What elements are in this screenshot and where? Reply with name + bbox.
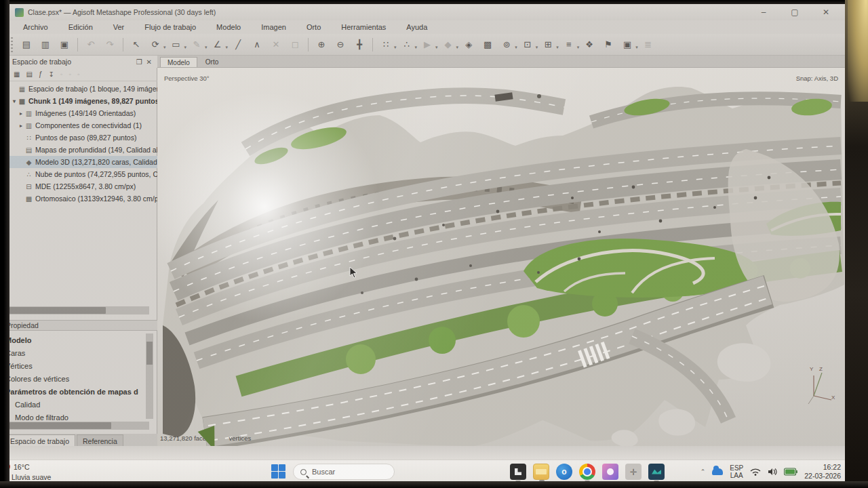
rotate-object-tool-button[interactable]: ⟳ [147,37,163,53]
close-button[interactable]: ✕ [819,7,833,17]
show-texture-button[interactable]: ◈ [460,37,477,53]
onedrive-icon[interactable] [712,468,723,475]
point-cloud-dropdown-icon[interactable]: ▾ [394,45,397,50]
toolbar-grip[interactable] [11,37,13,52]
show-dense-cloud-button[interactable]: ∴ [399,37,415,53]
property-vertical-scrollbar[interactable] [146,333,153,419]
show-mesh-shaded-button[interactable]: ▶ [419,37,435,53]
ws-tool-disabled-3[interactable]: ◦ [77,70,80,78]
prop-row-vertices[interactable]: Vértices [5,359,138,372]
show-cameras-button[interactable]: ⊡ [519,37,536,53]
prop-row-caras[interactable]: Caras [5,346,138,359]
tree-item-ortomosaico[interactable]: ▩ Ortomosaico (13139x12946, 3.80 cm/px) [8,192,157,205]
undo-button[interactable]: ↶ [83,37,99,53]
menu-edicion[interactable]: Edición [67,22,94,32]
draw-polyline-tool-button[interactable]: ╱ [230,37,246,53]
tree-item-nube-de-puntos[interactable]: ∴ Nube de puntos (74,272,955 puntos, Cal… [8,168,157,180]
ruler-tool-dropdown-icon[interactable]: ▾ [226,45,229,50]
outlook-icon[interactable] [556,464,572,480]
wifi-icon[interactable] [750,468,761,476]
menu-herramientas[interactable]: Herramientas [340,22,387,32]
minimize-button[interactable]: – [757,7,770,17]
tab-orto[interactable]: Orto [199,57,225,67]
brush-tool-dropdown-icon[interactable]: ▾ [205,45,208,50]
property-horizontal-scrollbar[interactable] [8,422,149,430]
chunk-expander-icon[interactable]: ▾ [11,98,18,104]
model-3d-render[interactable] [157,68,845,446]
navigation-tool-button[interactable]: ↖ [128,37,144,53]
panel-float-icon[interactable]: ❐ [136,58,142,66]
photos-app-icon[interactable] [602,464,618,480]
prop-row-modelo[interactable]: Modelo [5,333,138,346]
globe-dropdown-icon[interactable]: ▾ [515,45,517,50]
delete-selection-button[interactable]: ✕ [268,37,284,53]
chrome-icon[interactable] [579,464,595,480]
show-point-cloud-button[interactable]: ∷ [378,37,394,53]
taskbar-app-files-icon[interactable] [510,464,526,480]
battery-icon[interactable] [784,468,797,476]
ws-tool-disabled-1[interactable]: ◦ [60,70,63,78]
start-button[interactable] [271,464,286,479]
tree-item-imagenes[interactable]: ▸ ▥ Imágenes (149/149 Orientadas) [8,107,157,119]
show-markers-button[interactable]: ⚑ [600,37,616,53]
language-indicator[interactable]: ESP LAA [730,464,743,479]
show-video-button[interactable]: ⊞ [540,37,556,53]
extra-settings-button[interactable]: ≣ [640,37,656,53]
cameras-dropdown-icon[interactable]: ▾ [536,45,538,50]
crop-selection-button[interactable]: ◻ [287,37,303,53]
menu-orto[interactable]: Orto [305,22,322,32]
draw-polygon-tool-button[interactable]: ∧ [249,37,265,53]
ruler-tool-button[interactable]: ∠ [210,37,226,53]
metashape-taskbar-icon[interactable] [648,464,665,480]
new-project-button[interactable]: ▤ [18,37,35,53]
clock[interactable]: 16:22 22-03-2026 [804,463,841,481]
show-mesh-solid-button[interactable]: ◆ [440,37,456,53]
dense-cloud-dropdown-icon[interactable]: ▾ [415,45,418,50]
model-viewport[interactable]: Perspective 30° Snap: Axis, 3D 13,271,82… [157,68,845,446]
show-images-pane-button[interactable]: ▣ [619,37,635,53]
menu-ver[interactable]: Ver [112,22,126,32]
show-console-button[interactable]: ≡ [561,37,577,53]
add-photos-button[interactable]: ▤ [26,70,32,78]
selection-tool-dropdown-icon[interactable]: ▾ [184,45,187,50]
brush-tool-button[interactable]: ✎ [189,37,205,53]
show-globe-button[interactable]: ⊚ [498,37,515,53]
prop-row-parametros[interactable]: Parámetros de obtención de mapas de prof… [5,385,138,398]
speaker-icon[interactable] [768,468,777,476]
batch-process-button[interactable]: ƒ [39,70,43,78]
tree-item-chunk-1[interactable]: ▾ ▦ Chunk 1 (149 imágenes, 89,827 puntos… [8,95,157,107]
images-pane-dropdown-icon[interactable]: ▾ [635,45,638,50]
tree-item-mapas-de-profundidad[interactable]: ▤ Mapas de profundidad (149, Calidad alt… [8,144,157,156]
menu-modelo[interactable]: Modelo [215,22,242,32]
tree-item-componentes[interactable]: ▸ ▥ Componentes de conectividad (1) [8,119,157,131]
redo-button[interactable]: ↷ [102,37,118,53]
mesh-solid-dropdown-icon[interactable]: ▾ [456,45,459,50]
prop-row-colores-de-vertices[interactable]: Colores de vértices [5,372,138,385]
menu-imagen[interactable]: Imagen [260,22,288,32]
maximize-button[interactable]: ▢ [788,7,802,17]
video-dropdown-icon[interactable]: ▾ [556,45,559,50]
add-chunk-button[interactable]: ▦ [14,70,20,78]
file-explorer-icon[interactable] [533,464,549,480]
tree-item-mde[interactable]: ⊟ MDE (12255x8647, 3.80 cm/px) [8,180,157,192]
tree-horizontal-scrollbar[interactable] [8,306,149,314]
rotate-tool-dropdown-icon[interactable]: ▾ [163,45,166,50]
tab-modelo[interactable]: Modelo [160,57,197,67]
save-project-button[interactable]: ▣ [56,37,73,53]
rectangle-selection-tool-button[interactable]: ▭ [168,37,184,53]
zoom-in-button[interactable]: ⊕ [313,37,330,53]
tree-item-puntos-de-paso[interactable]: ∷ Puntos de paso (89,827 puntos) [8,131,157,144]
tree-item-workspace-root[interactable]: ▦ Espacio de trabajo (1 bloque, 149 imág… [8,83,157,95]
menu-ayuda[interactable]: Ayuda [405,22,429,32]
import-button[interactable]: ↧ [48,70,54,78]
tray-chevron-icon[interactable]: ⌃ [701,468,706,475]
prop-row-calidad[interactable]: Calidad [5,398,138,411]
zoom-out-button[interactable]: ⊖ [332,37,349,53]
titlebar[interactable]: Clase.psx* — Agisoft Metashape Professio… [8,4,845,20]
search-input[interactable]: Buscar [293,464,395,480]
reset-view-button[interactable]: ╋ [351,37,368,53]
imagenes-expander-icon[interactable]: ▸ [18,110,24,117]
menu-archivo[interactable]: Archivo [22,22,50,32]
console-dropdown-icon[interactable]: ▾ [577,45,580,50]
tree-item-modelo-3d[interactable]: ◆ Modelo 3D (13,271,820 caras, Calidad a… [8,156,157,168]
